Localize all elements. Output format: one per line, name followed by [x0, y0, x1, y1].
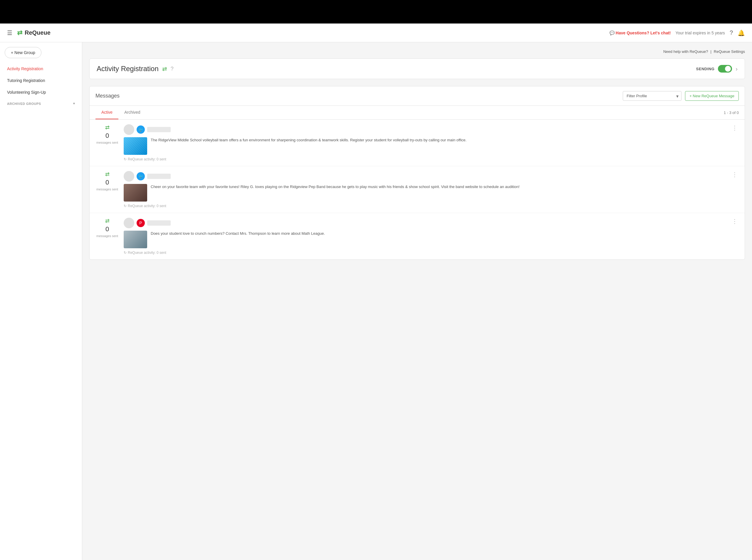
message-top-row-3: P [124, 218, 726, 228]
header-left: ☰ ⇄ ReQueue [7, 29, 50, 37]
messages-controls: Filter Profile + New ReQueue Message [623, 91, 739, 101]
message-image-3 [124, 231, 147, 248]
msg-count-3: 0 [105, 225, 109, 233]
requeue-icon-3: ⇄ [105, 218, 109, 224]
activity-text-1: ReQueue activity: 0 sent [128, 157, 166, 161]
message-left-1: ⇄ 0 messages sent [96, 124, 119, 144]
msg-count-2: 0 [105, 179, 109, 186]
social-name-3 [147, 220, 171, 226]
avatar-1 [124, 124, 134, 135]
message-left-3: ⇄ 0 messages sent [96, 218, 119, 238]
group-header-card: Activity Registration ⇄ ? SENDING › [89, 58, 745, 79]
chat-link[interactable]: 💬 Have Questions? Let's chat! [610, 31, 671, 35]
message-body-row-3: Does your student love to crunch numbers… [124, 231, 726, 248]
avatar-3 [124, 218, 134, 228]
avatar-2 [124, 171, 134, 182]
messages-header: Messages Filter Profile + New ReQueue Me… [89, 86, 745, 106]
archived-groups-label: ARCHIVED GROUPS [7, 102, 41, 105]
sidebar-item-tutoring-registration[interactable]: Tutoring Registration [0, 75, 82, 86]
message-more-3[interactable]: ⋮ [731, 218, 739, 225]
tab-active[interactable]: Active [96, 106, 118, 119]
message-item: ⇄ 0 messages sent 🐦 The RidgeView Mid [89, 120, 745, 166]
archived-groups-header[interactable]: ARCHIVED GROUPS ▾ [0, 98, 82, 109]
sending-label: SENDING [696, 67, 715, 71]
message-image-1 [124, 137, 147, 155]
trial-text: Your trial expires in 5 years [676, 31, 725, 35]
new-requeue-message-button[interactable]: + New ReQueue Message [685, 91, 739, 101]
hamburger-icon[interactable]: ☰ [7, 29, 12, 36]
archived-groups-chevron: ▾ [73, 102, 75, 105]
message-left-2: ⇄ 0 messages sent [96, 171, 119, 191]
message-more-1[interactable]: ⋮ [731, 124, 739, 131]
message-top-row-1: 🐦 [124, 124, 726, 135]
msg-sent-label-3: messages sent [96, 234, 118, 238]
message-footer-1: ↻ ReQueue activity: 0 sent [124, 157, 726, 161]
msg-sent-label-1: messages sent [96, 141, 118, 144]
requeue-activity-icon-1: ↻ [124, 157, 127, 161]
message-footer-3: ↻ ReQueue activity: 0 sent [124, 251, 726, 255]
tabs: Active Archived [96, 106, 146, 119]
tab-archived[interactable]: Archived [118, 106, 146, 119]
message-content-3: P Does your student love to crunch numbe… [124, 218, 726, 255]
messages-section: Messages Filter Profile + New ReQueue Me… [89, 86, 745, 260]
message-content-2: 🐦 Cheer on your favorite team with your … [124, 171, 726, 208]
twitter-badge-2: 🐦 [137, 172, 145, 180]
sidebar-item-activity-registration[interactable]: Activity Registration [0, 63, 82, 75]
social-name-1 [147, 127, 171, 132]
group-title: Activity Registration [97, 65, 159, 73]
group-help-icon[interactable]: ? [171, 66, 174, 72]
group-requeue-icon: ⇄ [162, 65, 167, 72]
requeue-icon-2: ⇄ [105, 171, 109, 178]
help-link[interactable]: Need help with ReQueue? [663, 49, 708, 54]
app-logo: ⇄ ReQueue [17, 29, 50, 37]
message-body-row-1: The RidgeView Middle School volleyball t… [124, 137, 726, 155]
top-bar [0, 0, 752, 23]
activity-text-3: ReQueue activity: 0 sent [128, 251, 166, 255]
content-top-bar: Need help with ReQueue? | ReQueue Settin… [89, 49, 745, 54]
social-name-2 [147, 174, 171, 179]
requeue-activity-icon-3: ↻ [124, 251, 127, 255]
sidebar-item-volunteering-signup[interactable]: Volunteering Sign-Up [0, 86, 82, 98]
requeue-activity-icon-2: ↻ [124, 204, 127, 208]
pagination-text: 1 - 3 of 0 [724, 111, 739, 115]
new-group-button[interactable]: + New Group [5, 47, 41, 58]
group-header-right: SENDING › [696, 65, 738, 73]
requeue-icon-1: ⇄ [105, 124, 109, 131]
message-top-row-2: 🐦 [124, 171, 726, 182]
group-title-area: Activity Registration ⇄ ? [97, 65, 174, 73]
bell-icon[interactable]: 🔔 [738, 29, 745, 36]
message-more-2[interactable]: ⋮ [731, 171, 739, 178]
activity-text-2: ReQueue activity: 0 sent [128, 204, 166, 208]
help-icon[interactable]: ? [730, 29, 733, 36]
header-right: 💬 Have Questions? Let's chat! Your trial… [610, 29, 745, 36]
message-image-2 [124, 184, 147, 202]
messages-title: Messages [96, 93, 120, 99]
message-item-3: ⇄ 0 messages sent P Does your student lo… [89, 213, 745, 259]
message-footer-2: ↻ ReQueue activity: 0 sent [124, 204, 726, 208]
sending-toggle[interactable] [718, 65, 732, 73]
twitter-badge-1: 🐦 [137, 125, 145, 134]
message-text-2: Cheer on your favorite team with your fa… [151, 184, 726, 190]
chevron-right-icon[interactable]: › [735, 65, 738, 72]
message-body-row-2: Cheer on your favorite team with your fa… [124, 184, 726, 202]
tabs-bar: Active Archived 1 - 3 of 0 [89, 106, 745, 120]
pinterest-badge-3: P [137, 219, 145, 227]
message-text-1: The RidgeView Middle School volleyball t… [151, 137, 726, 143]
message-item-2: ⇄ 0 messages sent 🐦 Cheer on your favori… [89, 166, 745, 213]
msg-count-1: 0 [105, 132, 109, 140]
app-header: ☰ ⇄ ReQueue 💬 Have Questions? Let's chat… [0, 23, 752, 42]
separator: | [710, 49, 711, 54]
main-layout: + New Group Activity Registration Tutori… [0, 42, 752, 560]
filter-profile-select[interactable]: Filter Profile [623, 91, 682, 101]
logo-text: ReQueue [25, 29, 50, 36]
logo-icon: ⇄ [17, 29, 22, 37]
main-content: Need help with ReQueue? | ReQueue Settin… [82, 42, 752, 560]
message-content-1: 🐦 The RidgeView Middle School volleyball… [124, 124, 726, 161]
msg-sent-label-2: messages sent [96, 187, 118, 191]
filter-profile-wrapper: Filter Profile [623, 91, 682, 101]
sidebar: + New Group Activity Registration Tutori… [0, 42, 82, 560]
settings-link[interactable]: ReQueue Settings [714, 49, 745, 54]
message-text-3: Does your student love to crunch numbers… [151, 231, 726, 237]
